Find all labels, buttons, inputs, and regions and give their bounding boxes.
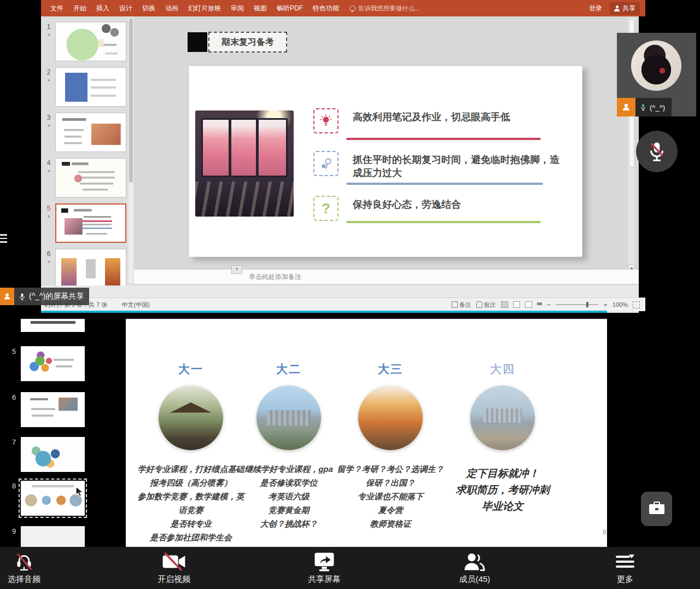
mute-microphone-button[interactable] [636,131,678,172]
question-mark-icon [313,196,339,221]
notes-area[interactable]: ▾ 单击此处添加备注 [134,269,639,284]
members-button[interactable]: 成员(45) [431,550,518,586]
slide-thumbnail-4[interactable] [55,158,126,197]
status-bar: 幻灯片 第 5 张，共 7 张 中文(中国) 备注 批注 − + 100% [41,298,645,311]
column-line: 报考四级（高分喷雾） [136,476,246,489]
person-icon [614,5,620,11]
tip-bulb-icon [349,5,355,11]
column-line: 求职简历，考研冲刺 [448,482,557,498]
slide-thumbnail-3[interactable] [55,113,126,152]
viewer-slide[interactable]: 大一 学好专业课程，打好绩点基础报考四级（高分喷雾）参加数学竞赛，数学建模，英语… [126,319,607,547]
menu-item[interactable]: 切换 [137,0,160,16]
slide-thumbnail-5-selected[interactable] [55,203,126,243]
share-screen-icon [281,550,368,573]
column-line: 夏令营 [332,503,448,517]
slide-title: 期末复习备考 [221,37,274,48]
column-line: 是否转专业 [136,517,246,530]
slide-thumbnail-partial[interactable] [21,319,85,332]
animation-star-icon: ✶ [44,168,53,174]
toolbox-button[interactable] [641,492,672,526]
slide-title-textbox[interactable]: 期末复习备考 [188,32,287,53]
column-title: 大三 [332,361,448,377]
slide-thumbnail-6[interactable] [55,249,126,285]
animation-star-icon: ✶ [44,32,53,38]
slide-thumbnail-1[interactable] [55,22,126,61]
menu-item[interactable]: 文件 [45,0,68,16]
more-icon [616,555,634,569]
panel-toggle-icon[interactable] [0,232,9,244]
thumbnail-scrollbar[interactable] [129,18,133,283]
menu-item[interactable]: 动画 [160,0,183,16]
headset-muted-icon [0,550,68,573]
viewer-thumbnail-7[interactable] [21,437,85,472]
viewer-thumbnail-5[interactable] [21,346,85,381]
reading-view-button[interactable] [525,301,532,308]
thumb-number: 2 [47,68,51,76]
start-video-button[interactable]: 开启视频 [130,550,218,586]
column-line: 专业课也不能落下 [332,489,448,503]
current-slide[interactable]: 高效利用笔记及作业，切忌眼高手低 抓住平时的长期复习时间，避免临时抱佛脚，造成压… [189,66,582,257]
viewer-thumbnail-6[interactable] [21,392,85,427]
title-black-square [188,32,207,52]
bullet-text: 保持良好心态，劳逸结合 [353,198,567,211]
fit-to-window-button[interactable] [633,301,640,308]
column-line: 毕业论文 [448,498,557,515]
animation-star-icon: ✶ [44,123,53,129]
participant-name: (^_^) [650,103,665,112]
search-box[interactable]: 告诉我您想要做什么... [349,4,420,13]
menu-item[interactable]: 视图 [249,0,272,16]
zoom-level[interactable]: 100% [612,301,628,308]
column-line: 教师资格证 [332,517,448,530]
screen-share-banner[interactable]: (^_^)的屏幕共享 [0,288,89,305]
red-underline [346,138,541,140]
animation-star-icon: ✶ [44,259,53,265]
share-button[interactable]: 共享 [610,2,640,15]
more-button[interactable]: 更多 [581,550,669,586]
menu-item[interactable]: 开始 [68,0,91,16]
menu-item[interactable]: 审阅 [226,0,249,16]
comments-toggle[interactable]: 批注 [476,301,496,309]
thumb-number: 1 [47,23,51,31]
menu-item[interactable]: 畅听PDF [272,0,308,16]
slide-thumbnail-2[interactable] [55,67,126,107]
menu-item[interactable]: 设计 [114,0,137,16]
campus-building-photo [256,386,321,450]
slideshow-view-button[interactable] [537,302,542,307]
bullet-text: 抓住平时的长期复习时间，避免临时抱佛脚，造成压力过大 [353,153,567,179]
mic-on-icon [640,103,646,112]
camera-muted-icon [130,550,218,573]
menu-item[interactable]: 插入 [91,0,114,16]
column-line: 是否修读双学位 [235,476,342,489]
column-line: 留学？考研？考公？选调生？ [332,462,448,476]
comment-icon [476,301,482,308]
column-year-2: 大二 继续学好专业课程，gpa是否修读双学位考英语六级竞赛黄金期大创？挑战杯？ [235,319,342,547]
normal-view-button[interactable] [501,301,508,308]
meeting-toolbar: 选择音频 开启视频 共享屏幕 [0,547,700,589]
select-audio-button[interactable]: 选择音频 [0,550,68,586]
column-line: 继续学好专业课程，gpa [235,462,342,476]
zoom-slider[interactable] [556,304,598,305]
animation-star-icon: ✶ [44,214,53,219]
thumb-number: 3 [47,114,51,121]
notes-toggle[interactable]: 备注 [452,301,471,309]
slide-sorter-view-button[interactable] [513,301,520,308]
thumb-number: 6 [12,393,16,401]
slide-canvas[interactable]: 期末复习备考 高效利用笔记及作业，切忌眼高手低 [134,16,639,285]
pavilion-photo [159,386,223,450]
notes-collapse-button[interactable]: ▾ [231,265,242,274]
zoom-out-button[interactable]: − [547,301,551,309]
viewer-thumbnail-9[interactable] [21,526,85,547]
column-title: 大二 [235,361,342,377]
thumb-number: 5 [47,205,51,212]
zoom-in-button[interactable]: + [603,301,608,309]
blue-underline [346,183,543,185]
menu-item[interactable]: 幻灯片放映 [183,0,226,16]
language-indicator[interactable]: 中文(中国) [122,301,150,309]
thumb-number: 4 [47,159,51,167]
login-button[interactable]: 登录 [589,4,602,13]
notes-placeholder: 单击此处添加备注 [249,272,301,282]
participant-video-tile[interactable]: (^_^) [617,33,696,116]
menu-item[interactable]: 特色功能 [308,0,344,16]
share-screen-button[interactable]: 共享屏幕 [281,550,368,586]
sprout-icon [313,151,339,176]
